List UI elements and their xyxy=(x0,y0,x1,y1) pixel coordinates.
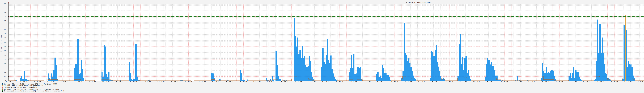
svg-text:7.0 M: 7.0 M xyxy=(4,20,7,22)
svg-text:Mon 12:00: Mon 12:00 xyxy=(405,81,412,83)
svg-text:Fri 12:00: Fri 12:00 xyxy=(514,81,522,83)
svg-text:Mon 00:00: Mon 00:00 xyxy=(391,81,398,83)
svg-text:bits per second: bits per second xyxy=(0,33,2,52)
svg-text:8.0 M: 8.0 M xyxy=(4,12,7,13)
svg-text:Tue 00:00: Tue 00:00 xyxy=(226,81,233,83)
svg-text:Recommended consistent average: Recommended consistent average(75%) for … xyxy=(4,90,64,92)
svg-text:7.5 M: 7.5 M xyxy=(4,16,7,17)
svg-text:Fri 00:00: Fri 00:00 xyxy=(501,81,508,83)
svg-text:Wed 12:00: Wed 12:00 xyxy=(460,81,467,83)
svg-text:Tue 00:00: Tue 00:00 xyxy=(34,81,41,83)
svg-text:Sun 00:00: Sun 00:00 xyxy=(556,81,563,83)
svg-text:Monthly (1 Hour Average): Monthly (1 Hour Average) xyxy=(406,1,431,3)
svg-text:Inbound subjected to link cong: Inbound subjected to link congestion xyxy=(4,87,37,89)
svg-text:0.5 M: 0.5 M xyxy=(4,76,7,77)
svg-text:Sat 00:00: Sat 00:00 xyxy=(336,81,343,83)
svg-text:Wed 12:00: Wed 12:00 xyxy=(75,81,82,83)
svg-text:Wed 00:00: Wed 00:00 xyxy=(61,81,68,83)
svg-text:Tue 12:00: Tue 12:00 xyxy=(432,81,439,83)
svg-text:Mon 00:00: Mon 00:00 xyxy=(198,81,206,83)
svg-text:1.5 M: 1.5 M xyxy=(4,67,7,69)
svg-text:Outbound [Current-3.35k, Ave: Outbound [Current-3.35k, Average-73.75k,… xyxy=(4,89,59,90)
svg-text:Thu 12:00: Thu 12:00 xyxy=(295,81,302,83)
svg-text:6.5 M: 6.5 M xyxy=(4,24,7,26)
svg-text:Tue 00:00: Tue 00:00 xyxy=(611,81,618,83)
svg-text:3.5 M: 3.5 M xyxy=(4,50,7,52)
svg-text:2.0 M: 2.0 M xyxy=(4,63,7,64)
svg-text:Fri 00:00: Fri 00:00 xyxy=(308,81,316,83)
svg-text:Fri 00:00: Fri 00:00 xyxy=(116,81,123,83)
svg-text:Thu 00:00: Thu 00:00 xyxy=(88,81,96,83)
svg-text:Tue 12:00: Tue 12:00 xyxy=(240,81,247,83)
svg-text:Thu 12:00: Thu 12:00 xyxy=(102,81,110,83)
svg-text:Mon 00:00: Mon 00:00 xyxy=(583,81,590,83)
svg-text:Wed 12:00: Wed 12:00 xyxy=(267,81,274,83)
svg-text:Sat 00:00: Sat 00:00 xyxy=(144,81,151,83)
svg-text:Sun 00:00: Sun 00:00 xyxy=(171,81,178,83)
svg-text:Sat 12:00: Sat 12:00 xyxy=(350,81,357,83)
svg-text:Wed 00:00: Wed 00:00 xyxy=(254,81,260,83)
svg-text:Sat 12:00: Sat 12:00 xyxy=(542,81,549,83)
svg-text:Sun 00:00: Sun 00:00 xyxy=(364,81,370,83)
svg-text:Mon 12:00: Mon 12:00 xyxy=(212,81,219,83)
svg-text:Wed 00:00: Wed 00:00 xyxy=(638,81,644,83)
svg-text:5.0 M: 5.0 M xyxy=(4,37,7,39)
svg-text:Sat 12:00: Sat 12:00 xyxy=(158,81,164,83)
svg-text:Sun 12:00: Sun 12:00 xyxy=(377,81,384,83)
svg-text:Tue 00:00: Tue 00:00 xyxy=(418,81,426,83)
svg-text:Mon 12:00: Mon 12:00 xyxy=(20,81,27,83)
svg-text:Inbound [Current-5.09k, Aver: Inbound [Current-5.09k, Average-672.05k,… xyxy=(4,83,57,85)
svg-text:Tue 12:00: Tue 12:00 xyxy=(624,81,632,83)
svg-text:8.5 M: 8.5 M xyxy=(4,7,7,9)
svg-text:4.5 M: 4.5 M xyxy=(4,42,7,43)
svg-text:Mon 00:00: Mon 00:00 xyxy=(6,81,13,83)
svg-text:Sun 12:00: Sun 12:00 xyxy=(185,81,192,83)
svg-text:Fri 12:00: Fri 12:00 xyxy=(322,81,329,83)
svg-text:9.0 M: 9.0 M xyxy=(4,3,7,4)
svg-text:3.0 M: 3.0 M xyxy=(4,55,7,56)
svg-text:5.5 M: 5.5 M xyxy=(4,33,7,34)
svg-text:Mon 12:00: Mon 12:00 xyxy=(597,81,604,83)
svg-text:Wed 00:00: Wed 00:00 xyxy=(446,81,453,83)
svg-text:Thu 00:00: Thu 00:00 xyxy=(281,81,288,83)
svg-text:Fri 12:00: Fri 12:00 xyxy=(130,81,137,83)
svg-text:Sun 12:00: Sun 12:00 xyxy=(570,81,577,83)
svg-text:Inbound with possible poor lin: Inbound with possible poor link performa… xyxy=(4,85,43,87)
svg-text:4.0 M: 4.0 M xyxy=(4,46,7,47)
svg-text:Tue 12:00: Tue 12:00 xyxy=(48,81,54,83)
svg-text:2.5 M: 2.5 M xyxy=(4,59,7,60)
svg-text:Sat 00:00: Sat 00:00 xyxy=(528,81,536,83)
svg-text:6.0 M: 6.0 M xyxy=(4,29,7,30)
svg-text:Thu 00:00: Thu 00:00 xyxy=(473,81,480,83)
svg-text:1.0 M: 1.0 M xyxy=(4,72,7,73)
svg-text:Thu 12:00: Thu 12:00 xyxy=(487,81,494,83)
